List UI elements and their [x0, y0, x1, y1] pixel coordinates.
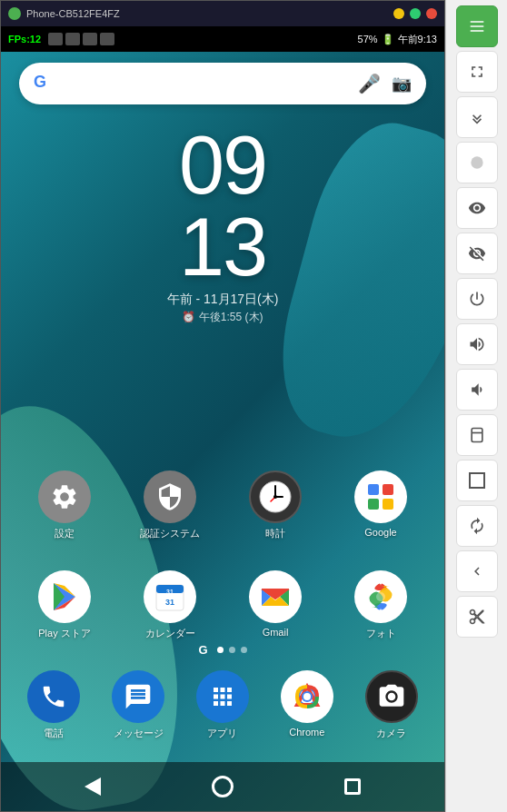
battery-icon: 🔋 [382, 34, 394, 45]
svg-rect-26 [470, 30, 483, 32]
home-nav-button[interactable] [206, 770, 239, 803]
calendar-icon-wrap: 31 31 [144, 570, 196, 623]
app-photos[interactable]: フォト [344, 570, 417, 640]
svg-point-27 [471, 156, 482, 168]
nfc-icon [48, 33, 63, 45]
camera-icon-wrap [365, 670, 418, 723]
scroll-down-button[interactable] [456, 96, 498, 138]
page-indicators: G [1, 643, 444, 657]
svg-point-18 [376, 592, 385, 601]
battery-percent: 57% [358, 34, 378, 45]
messages-label: メッセージ [114, 727, 164, 740]
microphone-icon[interactable]: 🎤 [358, 73, 381, 94]
clock-minute: 13 [1, 206, 444, 288]
svg-rect-5 [368, 484, 379, 495]
volume-up-button[interactable] [456, 323, 498, 365]
chrome-icon-wrap [281, 670, 333, 723]
app-gmail[interactable]: Gmail [239, 570, 312, 640]
fullscreen-button[interactable] [456, 51, 498, 93]
playstore-icon-wrap [38, 570, 91, 623]
maximize-button[interactable]: □ [410, 8, 421, 19]
app-chrome[interactable]: Chrome [271, 670, 343, 740]
back-panel-button[interactable] [456, 550, 498, 592]
calendar-label: カレンダー [145, 627, 195, 640]
clock-hour: 09 [1, 124, 444, 206]
navigation-bar [1, 762, 444, 811]
eye-slash-button[interactable] [456, 233, 498, 274]
clock-icon-wrap [249, 470, 302, 523]
photos-icon-wrap [354, 570, 407, 623]
signal-icon [100, 33, 114, 45]
square-button[interactable] [456, 460, 498, 501]
svg-text:31: 31 [166, 589, 174, 595]
app-camera[interactable]: カメラ [355, 670, 428, 740]
wifi-icon [83, 33, 97, 45]
app-playstore[interactable]: Play ストア [28, 570, 101, 640]
app-row-3-dock: 電話 メッセージ アプリ [1, 670, 444, 740]
google-search-bar[interactable]: G 🎤 📷 [19, 63, 426, 104]
app-auth[interactable]: 認証システム [134, 470, 206, 540]
phone-window: Phone-CB512FE4FZ ─ □ × FPs:12 57% 🔋 午前9:… [0, 0, 445, 812]
right-panel [445, 0, 507, 812]
google-label: Google [364, 527, 396, 538]
status-bar: FPs:12 57% 🔋 午前9:13 [1, 26, 444, 52]
app-google[interactable]: Google [344, 470, 417, 540]
svg-rect-30 [470, 473, 484, 488]
clock-alarm: ⏰ 午後1:55 (木) [1, 310, 444, 325]
alarm-icon [65, 33, 80, 45]
phone-label: 電話 [44, 727, 64, 740]
svg-point-4 [273, 495, 277, 499]
auth-icon-wrap [144, 470, 196, 523]
app-messages[interactable]: メッセージ [102, 670, 174, 740]
app-clock[interactable]: 時計 [239, 470, 312, 540]
playstore-label: Play ストア [38, 627, 90, 640]
window-title: Phone-CB512FE4FZ [26, 8, 393, 19]
phone-screen: G 🎤 📷 09 13 午前 - 11月17日(木) ⏰ 午後1:55 (木) … [1, 52, 444, 811]
screen-rotate-button[interactable] [456, 414, 498, 456]
app-row-1: 設定 認証システム [1, 470, 444, 540]
svg-rect-25 [470, 25, 483, 27]
app-calendar[interactable]: 31 31 カレンダー [134, 570, 206, 640]
page-dot-1 [217, 647, 224, 653]
clock-widget: 09 13 午前 - 11月17日(木) ⏰ 午後1:55 (木) [1, 124, 444, 325]
settings-label: 設定 [55, 527, 75, 540]
circle-button[interactable] [456, 142, 498, 183]
status-icons-left [48, 33, 357, 45]
svg-text:31: 31 [165, 598, 174, 607]
scissors-button[interactable] [456, 596, 498, 638]
clock-date: 午前 - 11月17日(木) [1, 292, 444, 308]
photos-label: フォト [366, 627, 396, 640]
close-button[interactable]: × [426, 8, 437, 19]
gmail-icon-wrap [249, 570, 302, 623]
apps-icon-wrap [196, 670, 249, 723]
auth-label: 認証システム [140, 527, 200, 540]
app-icon [8, 7, 21, 20]
page-dot-3 [241, 647, 247, 653]
recent-nav-button[interactable] [336, 770, 369, 803]
app-phone[interactable]: 電話 [17, 670, 90, 740]
google-logo: G [34, 73, 55, 94]
lens-icon[interactable]: 📷 [392, 74, 412, 94]
volume-down-button[interactable] [456, 369, 498, 411]
google-icon-wrap [354, 470, 407, 523]
back-nav-button[interactable] [76, 770, 109, 803]
svg-rect-28 [472, 429, 482, 442]
title-bar: Phone-CB512FE4FZ ─ □ × [1, 1, 444, 26]
green-toggle-button[interactable] [456, 5, 498, 47]
phone-icon-wrap [27, 670, 80, 723]
svg-point-23 [303, 693, 311, 700]
app-settings[interactable]: 設定 [28, 470, 101, 540]
power-button[interactable] [456, 278, 498, 320]
app-apps[interactable]: アプリ [186, 670, 259, 740]
svg-rect-29 [472, 432, 482, 434]
fps-counter: FPs:12 [8, 34, 41, 45]
back-nav-icon [84, 777, 101, 796]
eye-button[interactable] [456, 187, 498, 229]
refresh-button[interactable] [456, 505, 498, 547]
svg-rect-6 [383, 484, 393, 495]
apps-label: アプリ [207, 727, 237, 740]
messages-icon-wrap [112, 670, 164, 723]
minimize-button[interactable]: ─ [393, 8, 404, 19]
time-display: 午前9:13 [398, 33, 437, 46]
camera-label: カメラ [376, 727, 406, 740]
